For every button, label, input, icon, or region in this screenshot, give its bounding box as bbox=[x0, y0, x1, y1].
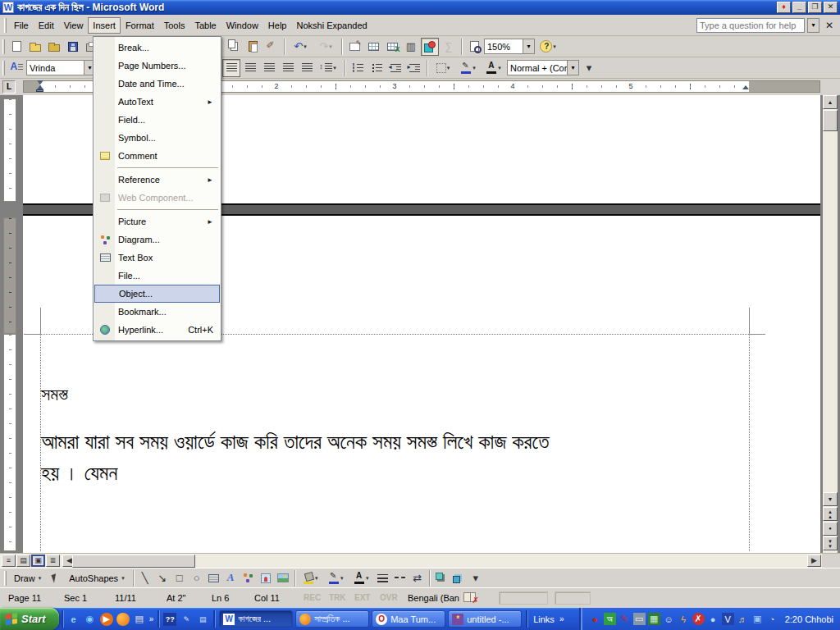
oval-button[interactable]: ○ bbox=[189, 570, 205, 587]
taskbar-button[interactable]: সাম্প্রতিক ... bbox=[295, 610, 369, 628]
zoom-combo[interactable]: 150%▾ bbox=[484, 39, 535, 54]
vertical-scrollbar-thumb[interactable] bbox=[823, 110, 838, 131]
pen-icon[interactable]: ✎ bbox=[180, 613, 193, 626]
align-left-button[interactable] bbox=[222, 59, 240, 77]
autoshapes-menu-button[interactable]: AutoShapes▾ bbox=[64, 571, 129, 586]
menu-item-symbol[interactable]: Symbol... bbox=[94, 129, 220, 147]
toolbar-drag-handle[interactable] bbox=[2, 61, 5, 75]
previous-page-button[interactable]: ▲ ▲ bbox=[823, 507, 838, 521]
media-player-icon[interactable]: ▶ bbox=[100, 613, 113, 626]
help-button[interactable]: ▾ bbox=[536, 38, 560, 56]
close-document-button[interactable]: ✕ bbox=[822, 20, 837, 31]
menu-format[interactable]: Format bbox=[121, 17, 159, 34]
insert-excel-worksheet-button[interactable] bbox=[383, 38, 401, 56]
drawing-button[interactable] bbox=[421, 38, 439, 56]
undo-button[interactable]: ↶▾ bbox=[288, 38, 313, 56]
menu-help[interactable]: Help bbox=[263, 17, 292, 34]
minimize-button[interactable]: _ bbox=[792, 2, 806, 13]
taskbar-button[interactable]: *untitled -... bbox=[448, 610, 522, 628]
untitled-app-icon[interactable]: * bbox=[452, 614, 463, 625]
scheduler-icon[interactable]: ◔ bbox=[766, 613, 778, 625]
language-bar-button[interactable]: ♦ bbox=[777, 2, 791, 13]
align-right-button[interactable] bbox=[260, 59, 278, 77]
diagram-button[interactable] bbox=[240, 570, 257, 587]
ladybug-icon[interactable]: ● bbox=[589, 613, 601, 625]
menu-window[interactable]: Window bbox=[221, 17, 263, 34]
menu-view[interactable]: View bbox=[59, 17, 89, 34]
borders-button[interactable]: ▾ bbox=[431, 59, 455, 77]
autosum-button[interactable]: ∑ bbox=[440, 38, 458, 56]
tab-selector[interactable]: L bbox=[2, 80, 16, 94]
line-spacing-button[interactable]: ▾ bbox=[317, 59, 341, 77]
next-page-button[interactable]: ▼ ▼ bbox=[823, 536, 838, 550]
text-box-button[interactable] bbox=[206, 570, 222, 587]
copy-button[interactable] bbox=[225, 38, 243, 56]
columns-button[interactable]: ▥ bbox=[402, 38, 420, 56]
select-objects-button[interactable] bbox=[47, 570, 63, 587]
menu-item-comment[interactable]: Comment bbox=[94, 147, 220, 165]
document-paragraph-line[interactable]: হয় । যেমন bbox=[41, 461, 117, 486]
draw-table-button[interactable] bbox=[345, 38, 363, 56]
network-icon[interactable]: ▣ bbox=[751, 613, 764, 625]
horizontal-scrollbar-thumb[interactable] bbox=[72, 555, 195, 568]
restore-button[interactable]: ❐ bbox=[808, 2, 822, 13]
style-combo-dropdown-icon[interactable]: ▾ bbox=[567, 61, 578, 75]
zoom-combo-dropdown-icon[interactable]: ▾ bbox=[523, 39, 534, 53]
line-style-button[interactable] bbox=[375, 570, 391, 587]
print-layout-view-button[interactable]: ▣ bbox=[31, 555, 45, 567]
increase-indent-button[interactable] bbox=[405, 59, 423, 77]
menu-table[interactable]: Table bbox=[189, 17, 221, 34]
quick-launch-overflow[interactable]: » bbox=[148, 614, 156, 623]
messenger-icon[interactable]: ◉ bbox=[84, 613, 97, 626]
firefox-icon[interactable] bbox=[299, 614, 311, 625]
smiley-icon[interactable]: ☺ bbox=[663, 613, 675, 625]
internet-explorer-icon[interactable]: e bbox=[67, 613, 80, 626]
question-marks-icon[interactable]: ?? bbox=[163, 613, 176, 626]
menu-item-picture[interactable]: Picture► bbox=[94, 212, 220, 231]
menu-edit[interactable]: Edit bbox=[34, 17, 59, 34]
menu-item-diagram[interactable]: Diagram... bbox=[94, 231, 220, 249]
menu-item-hyperlink[interactable]: Hyperlink...Ctrl+K bbox=[94, 321, 220, 339]
toolbar-options-button[interactable]: ▾ bbox=[580, 59, 598, 77]
dash-style-button[interactable] bbox=[392, 570, 409, 587]
outline-view-button[interactable]: ≣ bbox=[46, 555, 60, 567]
links-overflow[interactable]: » bbox=[558, 614, 566, 623]
scroll-up-button[interactable]: ▲ bbox=[823, 95, 838, 109]
insert-table-button[interactable] bbox=[364, 38, 382, 56]
font-name-combo[interactable]: Vrinda▾ bbox=[26, 60, 96, 75]
photo-icon[interactable]: ▦ bbox=[648, 613, 660, 625]
help-input[interactable] bbox=[696, 18, 805, 33]
3d-style-button[interactable] bbox=[450, 570, 467, 587]
decrease-indent-button[interactable] bbox=[386, 59, 404, 77]
volume-icon[interactable]: ♬ bbox=[737, 613, 749, 625]
clip-art-button[interactable] bbox=[258, 570, 274, 587]
menu-item-text-box[interactable]: Text Box bbox=[94, 249, 220, 267]
scroll-down-button[interactable]: ▼ bbox=[823, 492, 838, 506]
font-color-button[interactable]: ▾ bbox=[482, 59, 506, 77]
menu-item-reference[interactable]: Reference► bbox=[94, 171, 220, 189]
menu-item-file[interactable]: File... bbox=[94, 267, 220, 285]
status-mode-ovr[interactable]: OVR bbox=[380, 593, 398, 602]
menu-insert[interactable]: Insert bbox=[88, 17, 121, 34]
shadow-style-button[interactable] bbox=[433, 570, 450, 587]
picture-button[interactable] bbox=[275, 570, 291, 587]
notes-icon[interactable]: ▤ bbox=[196, 613, 209, 626]
font-color-button-drawing[interactable]: ▾ bbox=[349, 570, 374, 587]
normal-view-button[interactable]: ≡ bbox=[2, 555, 16, 567]
vertical-scrollbar[interactable]: ▲ ▼ ▲ ▲ ● ▼ ▼ bbox=[823, 95, 838, 553]
select-browse-object-button[interactable]: ● bbox=[823, 522, 838, 536]
lightning-icon[interactable]: ϟ bbox=[678, 613, 690, 625]
show-desktop-icon[interactable]: ▤ bbox=[133, 613, 146, 626]
tray-pen-icon[interactable]: ✎ bbox=[619, 613, 631, 625]
menu-nokshi-expanded[interactable]: Nokshi Expanded bbox=[291, 17, 372, 34]
redo-button[interactable]: ↷▾ bbox=[313, 38, 338, 56]
scroll-right-button[interactable]: ▶ bbox=[807, 555, 821, 567]
start-button[interactable]: Start bbox=[0, 608, 59, 630]
opera-icon[interactable]: O bbox=[376, 614, 387, 625]
zoom-page-button[interactable] bbox=[465, 38, 483, 56]
toolbar-drag-handle[interactable] bbox=[2, 39, 5, 54]
toolbar-drag-handle[interactable] bbox=[4, 571, 7, 586]
shield-icon[interactable]: V bbox=[722, 613, 734, 625]
open-button[interactable] bbox=[26, 38, 44, 56]
firefox-icon[interactable] bbox=[116, 613, 130, 626]
